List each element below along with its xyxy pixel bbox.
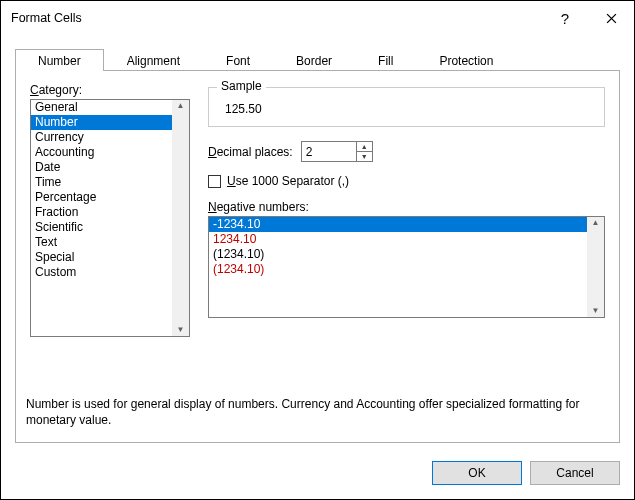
tab-font[interactable]: Font [203, 49, 273, 71]
list-item[interactable]: (1234.10) [209, 247, 587, 262]
scrollbar[interactable]: ▲ ▼ [172, 100, 189, 336]
close-icon [606, 13, 617, 24]
decimal-places-input[interactable] [302, 142, 356, 161]
window-title: Format Cells [11, 11, 542, 25]
titlebar: Format Cells ? [1, 1, 634, 35]
tab-strip: Number Alignment Font Border Fill Protec… [1, 35, 634, 71]
negative-numbers-label: Negative numbers: [208, 200, 605, 214]
list-item[interactable]: Text [31, 235, 172, 250]
stepper-up-icon[interactable]: ▲ [357, 142, 372, 152]
list-item[interactable]: Special [31, 250, 172, 265]
sample-value: 125.50 [219, 102, 594, 116]
tab-protection[interactable]: Protection [416, 49, 516, 71]
scroll-up-icon: ▲ [592, 219, 600, 227]
list-item[interactable]: 1234.10 [209, 232, 587, 247]
use-1000-separator-label: Use 1000 Separator (,) [227, 174, 349, 188]
list-item[interactable]: Time [31, 175, 172, 190]
scrollbar[interactable]: ▲ ▼ [587, 217, 604, 317]
list-item[interactable]: Number [31, 115, 172, 130]
use-1000-separator-checkbox[interactable]: Use 1000 Separator (,) [208, 174, 605, 188]
tab-border[interactable]: Border [273, 49, 355, 71]
sample-group: Sample 125.50 [208, 87, 605, 127]
ok-button[interactable]: OK [432, 461, 522, 485]
list-item[interactable]: Date [31, 160, 172, 175]
stepper-down-icon[interactable]: ▼ [357, 152, 372, 161]
tab-alignment[interactable]: Alignment [104, 49, 203, 71]
tab-number[interactable]: Number [15, 49, 104, 71]
decimal-places-stepper[interactable]: ▲ ▼ [301, 141, 373, 162]
decimal-places-label: Decimal places: [208, 145, 293, 159]
list-item[interactable]: Accounting [31, 145, 172, 160]
number-panel: Category: GeneralNumberCurrencyAccountin… [15, 71, 620, 443]
list-item[interactable]: Percentage [31, 190, 172, 205]
list-item[interactable]: General [31, 100, 172, 115]
cancel-button[interactable]: Cancel [530, 461, 620, 485]
scroll-up-icon: ▲ [177, 102, 185, 110]
scroll-down-icon: ▼ [592, 307, 600, 315]
list-item[interactable]: Scientific [31, 220, 172, 235]
dialog-footer: OK Cancel [432, 461, 620, 485]
negative-numbers-list[interactable]: -1234.101234.10(1234.10)(1234.10) ▲ ▼ [208, 216, 605, 318]
close-button[interactable] [588, 1, 634, 35]
category-description: Number is used for general display of nu… [26, 396, 605, 428]
list-item[interactable]: Custom [31, 265, 172, 280]
list-item[interactable]: Fraction [31, 205, 172, 220]
sample-legend: Sample [217, 79, 266, 93]
category-list[interactable]: GeneralNumberCurrencyAccountingDateTimeP… [30, 99, 190, 337]
scroll-down-icon: ▼ [177, 326, 185, 334]
tab-fill[interactable]: Fill [355, 49, 416, 71]
help-button[interactable]: ? [542, 1, 588, 35]
list-item[interactable]: Currency [31, 130, 172, 145]
checkbox-box [208, 175, 221, 188]
list-item[interactable]: -1234.10 [209, 217, 587, 232]
category-label: Category: [30, 83, 190, 97]
list-item[interactable]: (1234.10) [209, 262, 587, 277]
